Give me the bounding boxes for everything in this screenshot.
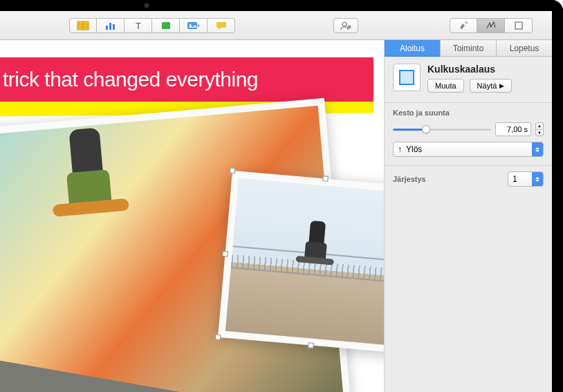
- svg-rect-6: [113, 24, 115, 30]
- order-label: Järjestys: [393, 175, 426, 183]
- effect-title: Kulkuskaalaus: [427, 64, 544, 75]
- slide-canvas[interactable]: trick that changed everything: [0, 40, 384, 392]
- animation-tabs: Aloitus Toiminto Lopetus: [385, 40, 552, 57]
- photo-small-selected[interactable]: [218, 171, 384, 354]
- insert-chart-button[interactable]: [97, 18, 124, 33]
- insert-shape-button[interactable]: [152, 18, 180, 33]
- effect-summary: Kulkuskaalaus Muuta Näytä▶: [385, 57, 552, 103]
- svg-rect-11: [216, 22, 226, 28]
- svg-rect-4: [106, 26, 108, 30]
- tab-build-out[interactable]: Lopetus: [497, 40, 552, 57]
- camera-dot: [144, 3, 149, 8]
- order-section: Järjestys 1: [385, 166, 552, 192]
- insert-table-button[interactable]: [69, 18, 97, 33]
- tab-build-in[interactable]: Aloitus: [385, 40, 441, 57]
- svg-point-12: [342, 22, 347, 26]
- toolbar: T: [0, 11, 552, 40]
- collaborate-group: [333, 18, 358, 33]
- order-popup[interactable]: 1: [508, 171, 544, 187]
- svg-point-16: [490, 26, 492, 28]
- selection-handle[interactable]: [222, 251, 228, 257]
- duration-slider[interactable]: [393, 124, 491, 135]
- svg-rect-8: [162, 22, 170, 29]
- selection-handle[interactable]: [230, 167, 236, 174]
- chevron-updown-icon: [532, 172, 543, 186]
- direction-value: Ylös: [406, 144, 422, 154]
- animate-inspector-button[interactable]: [477, 18, 505, 33]
- insert-media-button[interactable]: [180, 18, 207, 33]
- format-inspector-button[interactable]: [450, 18, 477, 33]
- device-bezel: T: [0, 0, 563, 392]
- stepper-down-icon[interactable]: ▼: [535, 129, 544, 137]
- arrow-up-icon: ↑: [398, 144, 402, 154]
- svg-text:T: T: [136, 21, 141, 30]
- selection-handle[interactable]: [322, 176, 329, 182]
- svg-rect-9: [187, 22, 197, 29]
- tab-action[interactable]: Toiminto: [441, 40, 497, 57]
- chevron-updown-icon: [532, 142, 543, 156]
- direction-popup[interactable]: ↑ Ylös: [393, 142, 544, 157]
- selection-handle[interactable]: [215, 334, 221, 340]
- inspector-sidebar: Aloitus Toiminto Lopetus Kulkuskaalaus M…: [384, 40, 552, 392]
- duration-field[interactable]: [495, 122, 531, 136]
- section-label: Kesto ja suunta: [393, 109, 544, 117]
- effect-thumbnail: [393, 64, 421, 91]
- duration-direction-section: Kesto ja suunta ▲ ▼ ↑ Ylös: [385, 103, 552, 166]
- selection-handle[interactable]: [308, 342, 314, 348]
- app-window: T: [0, 11, 552, 392]
- inspector-group: [450, 18, 533, 33]
- document-inspector-button[interactable]: [505, 18, 533, 33]
- svg-rect-5: [109, 23, 111, 30]
- title-text: trick that changed everything: [3, 68, 258, 91]
- insert-comment-button[interactable]: [207, 18, 235, 33]
- collaborate-button[interactable]: [333, 18, 358, 33]
- title-banner: trick that changed everything: [0, 57, 373, 102]
- order-value: 1: [513, 174, 517, 184]
- insert-text-button[interactable]: T: [124, 18, 152, 33]
- stepper-up-icon[interactable]: ▲: [535, 122, 544, 129]
- insert-group: T: [69, 18, 235, 33]
- preview-effect-button[interactable]: Näytä▶: [470, 79, 513, 93]
- duration-stepper[interactable]: ▲ ▼: [535, 122, 544, 136]
- change-effect-button[interactable]: Muuta: [427, 79, 464, 93]
- svg-rect-17: [515, 22, 522, 29]
- play-icon: ▶: [499, 82, 504, 89]
